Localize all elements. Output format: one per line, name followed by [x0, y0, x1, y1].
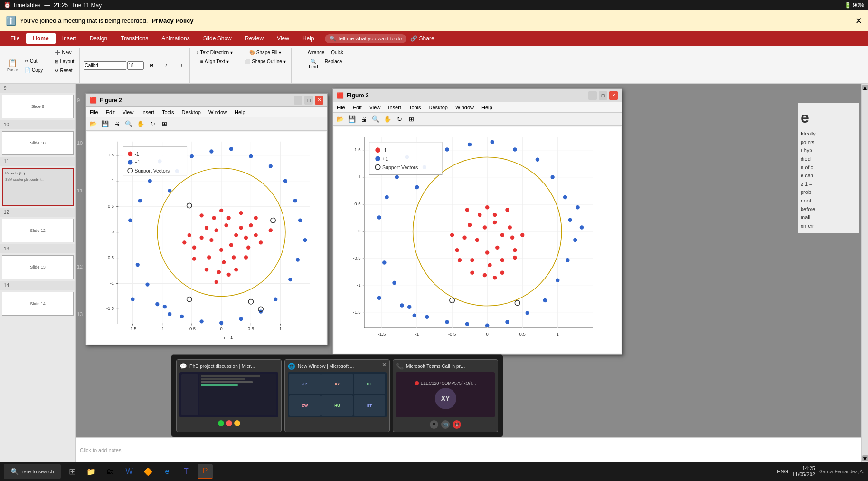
arrange-button[interactable]: Arrange: [305, 48, 327, 57]
tell-me-box[interactable]: 🔍 Tell me what you want to do: [325, 34, 407, 43]
tab-insert[interactable]: Insert: [56, 33, 83, 44]
figure2-window[interactable]: 🟥 Figure 2 — □ ✕ File Edit View Insert: [85, 93, 328, 345]
share-button[interactable]: 🔗 Share: [410, 35, 434, 42]
video-btn[interactable]: 📹: [441, 420, 450, 429]
figure3-close-btn[interactable]: ✕: [609, 91, 618, 100]
slide-thumb-11[interactable]: Kernels (III) SVM scatter plot content..…: [2, 168, 74, 206]
fig2-menu-insert[interactable]: Insert: [139, 108, 156, 116]
figure2-close-btn[interactable]: ✕: [315, 96, 323, 105]
fig2-menu-edit[interactable]: Edit: [104, 108, 117, 116]
slide-canvas[interactable]: 9 10 11 12 13 e Ideally points r hyp die…: [76, 84, 861, 437]
fig2-menu-desktop[interactable]: Desktop: [180, 108, 203, 116]
tab-slideshow[interactable]: Slide Show: [197, 33, 238, 44]
tab-file[interactable]: File: [4, 33, 26, 44]
tab-transitions[interactable]: Transitions: [114, 33, 155, 44]
fig3-grid-btn[interactable]: ⊞: [406, 114, 416, 125]
fig3-menu-tools[interactable]: Tools: [407, 104, 423, 111]
fig2-zoom-btn[interactable]: 🔍: [123, 119, 134, 129]
shape-outline-button[interactable]: ⬜ Shape Outline▾: [242, 58, 288, 66]
slide-thumb-10[interactable]: Slide 10: [2, 131, 74, 155]
fig3-print-btn[interactable]: 🖨: [359, 114, 369, 125]
taskbar-files-icon[interactable]: 📁: [84, 464, 99, 479]
fig3-menu-edit[interactable]: Edit: [351, 104, 364, 111]
figure2-minimize-btn[interactable]: —: [294, 96, 302, 105]
tab-animations[interactable]: Animations: [155, 33, 196, 44]
italic-button[interactable]: I: [159, 61, 172, 70]
fig2-menu-help[interactable]: Help: [233, 108, 247, 116]
font-size-input[interactable]: [127, 61, 144, 70]
quick-styles-button[interactable]: Quick: [329, 48, 346, 57]
fig2-menu-view[interactable]: View: [121, 108, 136, 116]
tab-help[interactable]: Help: [296, 33, 321, 44]
taskbar-popup[interactable]: 💬 PhD project discussion | Micro...: [171, 354, 503, 437]
fig3-menu-view[interactable]: View: [368, 104, 383, 111]
taskbar-search-area[interactable]: 🔍 here to search: [4, 464, 61, 479]
slide-thumb-12[interactable]: Slide 12: [2, 219, 74, 242]
end-call-btn[interactable]: 📵: [453, 420, 461, 429]
figure3-window[interactable]: 🟥 Figure 3 — □ ✕ File Edit View Insert: [332, 88, 622, 355]
taskbar-teams-icon[interactable]: T: [179, 464, 194, 479]
fig3-open-btn[interactable]: 📂: [335, 114, 345, 125]
tab-view[interactable]: View: [270, 33, 296, 44]
scroll-down-btn[interactable]: ▼: [862, 455, 868, 461]
underline-button[interactable]: U: [173, 61, 187, 70]
taskbar-popup-item-2[interactable]: ✕ 🌐 New Window | Microsoft ... JP XY DL: [284, 359, 390, 432]
fig2-menu-tools[interactable]: Tools: [160, 108, 176, 116]
privacy-policy-link[interactable]: Privacy Policy: [151, 17, 193, 24]
fig3-rotate-btn[interactable]: ↻: [394, 114, 405, 125]
slide-thumb-9[interactable]: Slide 9: [2, 95, 74, 118]
scroll-up-btn[interactable]: ▲: [862, 85, 868, 90]
fig3-menu-file[interactable]: File: [335, 104, 347, 111]
reset-button[interactable]: ↺ Reset: [52, 67, 75, 75]
figure3-minimize-btn[interactable]: —: [588, 91, 597, 100]
fig2-menu-file[interactable]: File: [88, 108, 100, 116]
layout-button[interactable]: ⊞ Layout: [52, 58, 76, 66]
taskbar-powerpoint-icon[interactable]: P: [198, 464, 213, 479]
notes-placeholder[interactable]: Click to add notes: [80, 447, 121, 453]
fig2-grid-btn[interactable]: ⊞: [159, 119, 170, 129]
slide-thumb-13[interactable]: Slide 13: [2, 255, 74, 279]
taskbar-activities-icon[interactable]: ⊞: [65, 464, 80, 479]
taskbar-item-2-close[interactable]: ✕: [382, 361, 387, 368]
figure2-maximize-btn[interactable]: □: [304, 96, 313, 105]
figure3-maximize-btn[interactable]: □: [599, 91, 607, 100]
fig2-pan-btn[interactable]: ✋: [135, 119, 146, 129]
fig2-save-btn[interactable]: 💾: [100, 119, 110, 129]
find-button[interactable]: 🔍 Find: [306, 58, 320, 71]
figure2-titlebar[interactable]: 🟥 Figure 2 — □ ✕: [86, 94, 327, 107]
taskbar-explorer-icon[interactable]: 🗂: [103, 464, 118, 479]
fig2-menu-window[interactable]: Window: [207, 108, 229, 116]
bold-button[interactable]: B: [145, 61, 158, 70]
cut-button[interactable]: ✂ Cut: [22, 57, 45, 65]
replace-button[interactable]: Replace: [322, 58, 345, 71]
fig3-pan-btn[interactable]: ✋: [382, 114, 393, 125]
taskbar-word-icon[interactable]: W: [122, 464, 137, 479]
shape-fill-button[interactable]: 🎨 Shape Fill▾: [247, 48, 283, 57]
tab-review[interactable]: Review: [238, 33, 270, 44]
fig2-print-btn[interactable]: 🖨: [112, 119, 122, 129]
notes-area[interactable]: Click to add notes: [76, 437, 861, 462]
mute-btn[interactable]: 🎙: [430, 420, 438, 429]
vertical-scrollbar[interactable]: ▲ ▼: [861, 84, 868, 462]
fig3-menu-window[interactable]: Window: [453, 104, 476, 111]
fig3-menu-insert[interactable]: Insert: [386, 104, 403, 111]
fig3-save-btn[interactable]: 💾: [347, 114, 357, 125]
mac-red-1[interactable]: [226, 420, 232, 426]
fig3-menu-help[interactable]: Help: [480, 104, 494, 111]
fig3-menu-desktop[interactable]: Desktop: [427, 104, 450, 111]
banner-close-btn[interactable]: ✕: [855, 16, 862, 26]
mac-green-1[interactable]: [218, 420, 224, 426]
taskbar-popup-item-1[interactable]: 💬 PhD project discussion | Micro...: [176, 359, 282, 432]
fig2-rotate-btn[interactable]: ↻: [147, 119, 158, 129]
text-direction-button[interactable]: ↕ Text Direction▾: [194, 48, 236, 57]
figure3-titlebar[interactable]: 🟥 Figure 3 — □ ✕: [333, 89, 622, 102]
taskbar-matlab-icon[interactable]: 🔶: [141, 464, 156, 479]
paste-button[interactable]: 📋 Paste: [5, 57, 20, 74]
mac-yellow-1[interactable]: [234, 420, 240, 426]
slide-thumb-14[interactable]: Slide 14: [2, 292, 74, 316]
new-slide-button[interactable]: ➕ New: [52, 48, 74, 57]
taskbar-popup-item-3[interactable]: 📞 Microsoft Teams Call in prog... ELEC32…: [393, 359, 498, 432]
fig3-zoom-btn[interactable]: 🔍: [370, 114, 381, 125]
fig2-open-btn[interactable]: 📂: [88, 119, 98, 129]
tab-design[interactable]: Design: [83, 33, 114, 44]
